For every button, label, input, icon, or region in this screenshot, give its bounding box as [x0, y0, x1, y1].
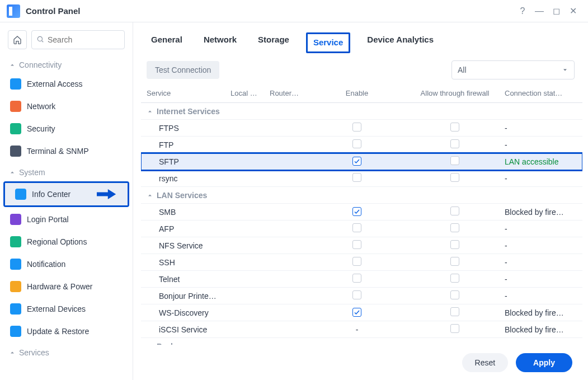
status: Blocked by fire…: [505, 308, 582, 317]
filter-dropdown[interactable]: All: [451, 60, 575, 79]
service-row-ssh[interactable]: SSH-: [141, 254, 582, 271]
minimize-button[interactable]: —: [531, 3, 548, 20]
checkbox[interactable]: [450, 290, 459, 299]
sidebar-item-label: Login Portal: [27, 215, 69, 224]
status: -: [505, 241, 582, 250]
close-button[interactable]: ✕: [565, 3, 581, 20]
checkbox[interactable]: [352, 157, 361, 166]
sidebar-item-info-center[interactable]: Info Center: [5, 183, 128, 205]
service-row-rsync[interactable]: rsync-: [141, 170, 582, 187]
checkbox[interactable]: [450, 274, 459, 283]
svg-line-1: [41, 40, 43, 42]
status: -: [505, 140, 582, 149]
service-name: iSCSI Service: [147, 325, 231, 334]
checkbox[interactable]: [450, 223, 459, 232]
col-4[interactable]: Allow through firewall: [410, 89, 505, 97]
group-internet-services[interactable]: Internet Services: [141, 103, 582, 120]
notification-icon: [10, 259, 21, 270]
group-packages[interactable]: Packages: [141, 338, 582, 345]
sidebar: ConnectivityExternal AccessNetworkSecuri…: [0, 22, 133, 380]
group-lan-services[interactable]: LAN Services: [141, 187, 582, 204]
service-name: Bonjour Printe…: [147, 292, 231, 301]
reset-button[interactable]: Reset: [462, 353, 509, 372]
sidebar-item-terminal-snmp[interactable]: Terminal & SNMP: [0, 140, 133, 162]
service-row-ftp[interactable]: FTP-: [141, 137, 582, 153]
sidebar-item-external-access[interactable]: External Access: [0, 73, 133, 95]
checkbox[interactable]: [450, 173, 459, 182]
checkbox[interactable]: [352, 173, 361, 182]
app-icon: [7, 4, 20, 18]
service-row-ftps[interactable]: FTPS-: [141, 120, 582, 137]
service-row-sftp[interactable]: SFTPLAN accessible: [141, 153, 582, 170]
tab-network[interactable]: Network: [199, 31, 241, 53]
checkbox[interactable]: [450, 240, 459, 249]
service-row-afp[interactable]: AFP-: [141, 221, 582, 237]
restore-icon: [10, 326, 21, 337]
footer: Reset Apply: [133, 345, 588, 380]
globe-icon: [10, 78, 21, 90]
service-row-bonjour-printe-[interactable]: Bonjour Printe…-: [141, 288, 582, 304]
sidebar-item-network[interactable]: Network: [0, 95, 133, 118]
toolbar: Test Connection All: [133, 53, 588, 84]
tab-device-analytics[interactable]: Device Analytics: [363, 31, 438, 53]
checkbox[interactable]: [352, 240, 361, 249]
checkbox[interactable]: [450, 257, 459, 266]
service-row-telnet[interactable]: Telnet-: [141, 271, 582, 288]
checkbox[interactable]: [450, 307, 459, 316]
test-connection-button[interactable]: Test Connection: [147, 61, 219, 79]
service-name: FTP: [147, 140, 231, 149]
checkbox[interactable]: [352, 257, 361, 266]
search-input-wrap[interactable]: [31, 30, 125, 49]
devices-icon: [10, 303, 21, 315]
checkbox[interactable]: [352, 139, 361, 148]
checkbox[interactable]: [352, 308, 361, 317]
sidebar-item-notification[interactable]: Notification: [0, 253, 133, 275]
sidebar-item-update-restore[interactable]: Update & Restore: [0, 320, 133, 343]
service-row-ws-discovery[interactable]: WS-DiscoveryBlocked by fire…: [141, 304, 582, 321]
checkbox[interactable]: [450, 123, 459, 132]
sidebar-item-hardware-power[interactable]: Hardware & Power: [0, 275, 133, 298]
maximize-button[interactable]: ◻: [548, 3, 565, 20]
col-3[interactable]: Enable: [309, 89, 410, 97]
chevron-down-icon: [562, 67, 568, 73]
checkbox[interactable]: [450, 207, 459, 215]
service-row-smb[interactable]: SMBBlocked by fire…: [141, 204, 582, 221]
checkbox[interactable]: [352, 123, 361, 132]
sidebar-item-login-portal[interactable]: Login Portal: [0, 208, 133, 231]
tab-storage[interactable]: Storage: [253, 31, 294, 53]
checkbox[interactable]: [450, 156, 459, 165]
checkbox[interactable]: [450, 139, 459, 148]
col-5[interactable]: Connection stat…: [505, 89, 582, 97]
sidebar-item-label: Terminal & SNMP: [27, 147, 88, 156]
status: -: [505, 174, 582, 183]
sidebar-item-label: Network: [27, 102, 55, 111]
service-grid: ServiceLocal …Router…EnableAllow through…: [141, 84, 582, 345]
status: -: [505, 224, 582, 233]
checkbox[interactable]: [352, 274, 361, 283]
col-1[interactable]: Local …: [231, 89, 270, 97]
home-button[interactable]: [8, 30, 27, 49]
sidebar-item-label: External Devices: [27, 304, 86, 313]
tab-general[interactable]: General: [147, 31, 187, 53]
search-input[interactable]: [48, 35, 120, 44]
service-row-iscsi-service[interactable]: iSCSI Service-Blocked by fire…: [141, 321, 582, 338]
sidebar-item-external-devices[interactable]: External Devices: [0, 298, 133, 320]
sidebar-item-regional-options[interactable]: Regional Options: [0, 231, 133, 253]
checkbox[interactable]: [352, 223, 361, 232]
col-0[interactable]: Service: [147, 89, 231, 97]
sidebar-item-security[interactable]: Security: [0, 118, 133, 140]
section-connectivity[interactable]: Connectivity: [0, 55, 133, 73]
tab-service[interactable]: Service: [306, 32, 350, 53]
checkbox[interactable]: [352, 290, 361, 299]
section-system[interactable]: System: [0, 162, 133, 180]
apply-button[interactable]: Apply: [516, 353, 572, 372]
col-2[interactable]: Router…: [270, 89, 309, 97]
help-button[interactable]: ?: [514, 3, 531, 20]
home-icon: [13, 35, 22, 44]
checkbox[interactable]: [450, 324, 459, 333]
content: GeneralNetworkStorageServiceDevice Analy…: [133, 22, 588, 380]
service-name: rsync: [147, 174, 231, 183]
section-services[interactable]: Services: [0, 343, 133, 360]
checkbox[interactable]: [352, 207, 361, 216]
service-row-nfs-service[interactable]: NFS Service-: [141, 237, 582, 254]
